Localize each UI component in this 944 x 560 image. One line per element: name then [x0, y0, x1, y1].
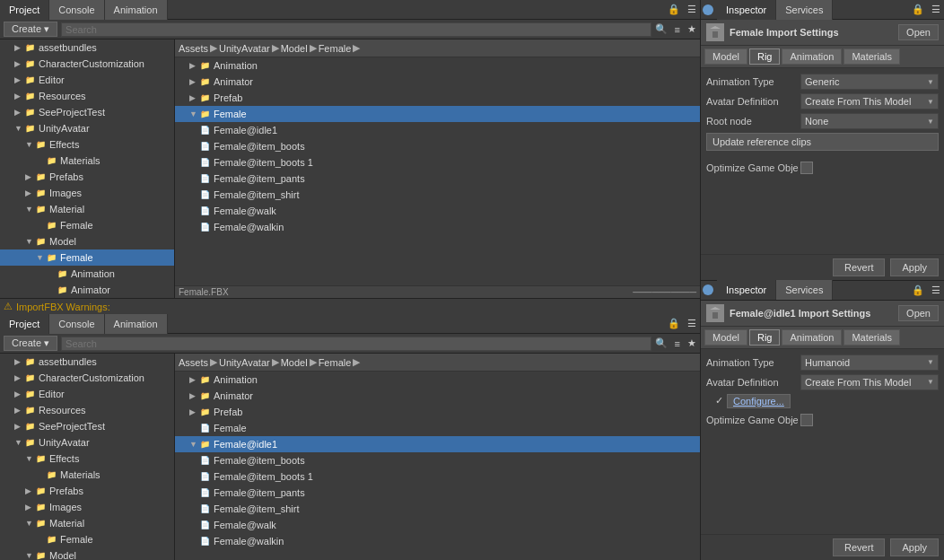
- lock-inspector-bottom[interactable]: 🔒: [908, 283, 928, 298]
- tree-prefabs-top[interactable]: ▶📁Prefabs: [0, 169, 174, 185]
- search-btn-top[interactable]: 🔍: [651, 22, 671, 37]
- field-dropdown-root-top[interactable]: None ▼: [800, 113, 939, 129]
- file-female-idle1-top[interactable]: 📄Female@idle1: [175, 122, 700, 138]
- tab-project-top[interactable]: Project: [0, 0, 49, 20]
- tab-project-bottom[interactable]: Project: [0, 314, 49, 334]
- search-btn-bottom[interactable]: 🔍: [651, 336, 671, 351]
- tree-model-bot[interactable]: ▼📁Model: [0, 547, 174, 560]
- file-female-shirt-bot[interactable]: 📄Female@item_shirt: [175, 501, 700, 517]
- menu-icon-top[interactable]: ☰: [684, 2, 700, 17]
- menu-inspector-top[interactable]: ☰: [928, 2, 944, 17]
- tree-charcust-top[interactable]: ▶📁CharacterCustomization: [0, 56, 174, 72]
- file-female-idle1-bot[interactable]: ▼📁Female@idle1: [175, 436, 700, 452]
- tree-materials-top[interactable]: 📁Materials: [0, 153, 174, 169]
- tree-animation-top[interactable]: 📁Animation: [0, 266, 174, 282]
- tree-female-top[interactable]: ▼📁Female: [0, 249, 174, 266]
- field-dropdown-anim-type-top[interactable]: Generic ▼: [800, 74, 939, 90]
- file-female-walkin-top[interactable]: 📄Female@walkin: [175, 219, 700, 235]
- file-female-walk-bot[interactable]: 📄Female@walk: [175, 517, 700, 533]
- file-animation-bot[interactable]: ▶📁Animation: [175, 372, 700, 388]
- file-female-pants-top[interactable]: 📄Female@item_pants: [175, 171, 700, 187]
- tree-effects-bot[interactable]: ▼📁Effects: [0, 451, 174, 467]
- tab-console-top[interactable]: Console: [49, 0, 104, 20]
- search-input-top[interactable]: [61, 22, 651, 37]
- itab-animation-top[interactable]: Animation: [782, 48, 842, 65]
- filter-btn-bottom[interactable]: ≡: [671, 337, 684, 351]
- lock-icon-bottom[interactable]: 🔒: [664, 316, 684, 331]
- tree-resources-top[interactable]: ▶📁Resources: [0, 88, 174, 104]
- file-female-walkin-bot[interactable]: 📄Female@walkin: [175, 533, 700, 549]
- file-prefab-top[interactable]: ▶📁Prefab: [175, 90, 700, 106]
- tree-material-top[interactable]: ▼📁Material: [0, 201, 174, 217]
- star-btn-bottom[interactable]: ★: [684, 336, 700, 351]
- tab-inspector-bottom[interactable]: Inspector: [717, 280, 776, 300]
- file-animator-bot[interactable]: ▶📁Animator: [175, 388, 700, 404]
- tab-services-top[interactable]: Services: [776, 0, 833, 20]
- open-btn-top[interactable]: Open: [898, 24, 939, 40]
- file-female-pants-bot[interactable]: 📄Female@item_pants: [175, 485, 700, 501]
- tab-console-bottom[interactable]: Console: [49, 314, 104, 334]
- tree-seeproject-bot[interactable]: ▶📁SeeProjectTest: [0, 418, 174, 434]
- tab-inspector-top[interactable]: Inspector: [717, 0, 776, 20]
- itab-materials-top[interactable]: Materials: [843, 48, 900, 65]
- menu-inspector-bottom[interactable]: ☰: [928, 283, 944, 298]
- tree-prefabs-bot[interactable]: ▶📁Prefabs: [0, 483, 174, 499]
- file-female-shirt-top[interactable]: 📄Female@item_shirt: [175, 187, 700, 203]
- tab-animation-bottom[interactable]: Animation: [105, 314, 168, 334]
- itab-materials-bottom[interactable]: Materials: [843, 329, 900, 346]
- star-btn-top[interactable]: ★: [684, 22, 700, 37]
- tree-unityavatar-bot[interactable]: ▼📁UnityAvatar: [0, 434, 174, 451]
- tab-animation-top[interactable]: Animation: [105, 0, 168, 20]
- itab-animation-bottom[interactable]: Animation: [782, 329, 842, 346]
- checkbox-optimize-bottom[interactable]: [800, 414, 813, 426]
- revert-btn-bottom[interactable]: Revert: [833, 538, 885, 556]
- filter-btn-top[interactable]: ≡: [671, 22, 684, 37]
- field-dropdown-avatar-def-top[interactable]: Create From This Model ▼: [800, 93, 939, 109]
- file-animator-top[interactable]: ▶📁Animator: [175, 74, 700, 90]
- tree-materials-bot[interactable]: 📁Materials: [0, 467, 174, 483]
- revert-btn-top[interactable]: Revert: [833, 258, 885, 276]
- file-female-walk-top[interactable]: 📄Female@walk: [175, 203, 700, 219]
- field-dropdown-anim-type-bottom[interactable]: Humanoid ▼: [800, 354, 939, 371]
- file-prefab-bot[interactable]: ▶📁Prefab: [175, 404, 700, 420]
- field-dropdown-avatar-def-bottom[interactable]: Create From This Model ▼: [800, 374, 939, 390]
- tree-material-bot[interactable]: ▼📁Material: [0, 515, 174, 531]
- open-btn-bottom[interactable]: Open: [898, 305, 939, 321]
- apply-btn-bottom[interactable]: Apply: [890, 538, 939, 556]
- itab-model-top[interactable]: Model: [704, 48, 747, 65]
- file-female-boots-top[interactable]: 📄Female@item_boots: [175, 138, 700, 154]
- create-button-bottom[interactable]: Create ▾: [4, 336, 57, 351]
- itab-model-bottom[interactable]: Model: [704, 329, 747, 346]
- tree-assetbundles-top[interactable]: ▶📁assetbundles: [0, 39, 174, 56]
- tree-seeproject-top[interactable]: ▶📁SeeProjectTest: [0, 104, 174, 120]
- lock-inspector-top[interactable]: 🔒: [908, 2, 928, 17]
- tree-resources-bot[interactable]: ▶📁Resources: [0, 402, 174, 418]
- itab-rig-top[interactable]: Rig: [749, 48, 781, 65]
- tree-animator-top[interactable]: 📁Animator: [0, 282, 174, 298]
- file-female-boots-bot[interactable]: 📄Female@item_boots: [175, 452, 700, 468]
- tree-model-top[interactable]: ▼📁Model: [0, 233, 174, 249]
- configure-btn[interactable]: Configure...: [727, 394, 791, 408]
- tree-assetbundles-bot[interactable]: ▶📁assetbundles: [0, 354, 174, 370]
- file-animation-top[interactable]: ▶📁Animation: [175, 57, 700, 74]
- tree-images-bot[interactable]: ▶📁Images: [0, 499, 174, 515]
- tree-unityavatar-top[interactable]: ▼📁UnityAvatar: [0, 120, 174, 136]
- update-ref-clips-btn[interactable]: Update reference clips: [706, 133, 939, 151]
- file-female-bot[interactable]: 📄Female: [175, 420, 700, 436]
- file-female-boots1-top[interactable]: 📄Female@item_boots 1: [175, 154, 700, 171]
- tree-charcust-bot[interactable]: ▶📁CharacterCustomization: [0, 370, 174, 386]
- tree-effects-top[interactable]: ▼📁Effects: [0, 136, 174, 153]
- lock-icon-top[interactable]: 🔒: [664, 2, 684, 17]
- itab-rig-bottom[interactable]: Rig: [749, 329, 781, 346]
- apply-btn-top[interactable]: Apply: [890, 258, 939, 276]
- tree-material-female-bot[interactable]: 📁Female: [0, 531, 174, 547]
- file-female-top[interactable]: ▼📁Female: [175, 106, 700, 122]
- tree-editor-top[interactable]: ▶📁Editor: [0, 72, 174, 88]
- file-female-boots1-bot[interactable]: 📄Female@item_boots 1: [175, 468, 700, 485]
- checkbox-optimize-top[interactable]: [800, 162, 813, 174]
- search-input-bottom[interactable]: [61, 337, 651, 351]
- create-button-top[interactable]: Create ▾: [4, 22, 57, 37]
- tree-material-female-top[interactable]: 📁Female: [0, 217, 174, 233]
- tree-editor-bot[interactable]: ▶📁Editor: [0, 386, 174, 402]
- tab-services-bottom[interactable]: Services: [776, 280, 833, 300]
